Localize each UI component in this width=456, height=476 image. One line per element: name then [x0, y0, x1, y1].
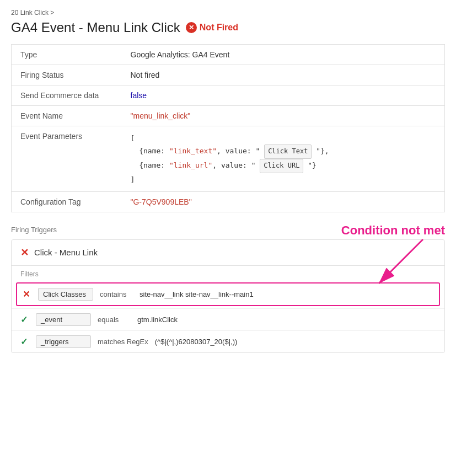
not-fired-icon: ✕ — [186, 22, 197, 33]
status-badge: ✕ Not Fired — [186, 22, 238, 33]
table-row-event-name: Event Name "menu_link_click" — [12, 106, 445, 126]
label-ecommerce: Send Ecommerce data — [12, 85, 122, 106]
info-table: Type Google Analytics: GA4 Event Firing … — [11, 44, 445, 212]
filter-row-triggers: ✓ _triggers matches RegEx (^$|(^|,)62080… — [12, 330, 444, 352]
firing-triggers-section: Firing Triggers Condition not met ✕ Clic… — [11, 226, 445, 353]
page-title-row: GA4 Event - Menu Link Click ✕ Not Fired — [11, 20, 445, 35]
value-event-name: "menu_link_click" — [122, 106, 445, 126]
filter-operator-0: contains — [100, 290, 133, 298]
code-line-3: {name: "link_url", value: " Click URL "} — [131, 159, 436, 173]
table-row-type: Type Google Analytics: GA4 Event — [12, 45, 445, 65]
click-url-badge: Click URL — [260, 159, 303, 173]
filter-status-pass-2: ✓ — [20, 336, 36, 347]
value-event-params: [ {name: "link_text", value: " Click Tex… — [122, 126, 445, 192]
table-row-ecommerce: Send Ecommerce data false — [12, 85, 445, 106]
trigger-name: Click - Menu Link — [34, 248, 98, 257]
label-config-tag: Configuration Tag — [12, 191, 122, 212]
filter-status-pass-1: ✓ — [20, 314, 36, 325]
filter-name-click-classes: Click Classes — [38, 288, 93, 301]
arrow-annotation — [351, 234, 439, 295]
breadcrumb: 20 Link Click > — [11, 9, 445, 17]
filter-operator-2: matches RegEx — [98, 338, 148, 346]
code-line-1: [ — [131, 132, 436, 145]
filter-value-0: site-nav__link site-nav__link--main1 — [140, 290, 254, 298]
filter-operator-1: equals — [98, 315, 131, 324]
value-ecommerce: false — [122, 85, 445, 106]
filter-row-event: ✓ _event equals gtm.linkClick — [12, 308, 444, 330]
label-event-params: Event Parameters — [12, 126, 122, 192]
label-type: Type — [12, 45, 122, 65]
value-type: Google Analytics: GA4 Event — [122, 45, 445, 65]
label-firing-status: Firing Status — [12, 65, 122, 85]
value-firing-status: Not fired — [122, 65, 445, 85]
table-row-config-tag: Configuration Tag "G-7Q5V909LEB" — [12, 191, 445, 212]
filter-status-fail: ✕ — [23, 289, 38, 299]
status-badge-label: Not Fired — [200, 23, 238, 33]
value-config-tag: "G-7Q5V909LEB" — [122, 191, 445, 212]
filter-value-2: (^$|(^|,)62080307_20($|,)) — [155, 338, 238, 346]
code-line-4: ] — [131, 173, 436, 186]
click-text-badge: Click Text — [264, 145, 312, 159]
code-block: [ {name: "link_text", value: " Click Tex… — [131, 132, 436, 186]
filter-name-event: _event — [36, 313, 91, 326]
page-title: GA4 Event - Menu Link Click — [11, 20, 180, 35]
table-row-event-params: Event Parameters [ {name: "link_text", v… — [12, 126, 445, 192]
table-row-firing-status: Firing Status Not fired — [12, 65, 445, 85]
label-event-name: Event Name — [12, 106, 122, 126]
filter-name-triggers: _triggers — [36, 335, 91, 348]
code-line-2: {name: "link_text", value: " Click Text … — [131, 145, 436, 159]
trigger-x-icon: ✕ — [20, 247, 29, 259]
filter-value-1: gtm.linkClick — [137, 315, 178, 324]
